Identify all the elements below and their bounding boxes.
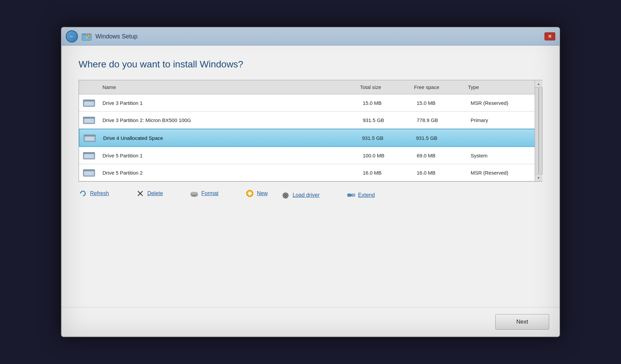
format-label: Format bbox=[201, 190, 218, 196]
scroll-thumb bbox=[538, 88, 539, 173]
svg-point-12 bbox=[91, 120, 93, 121]
refresh-label: Refresh bbox=[90, 190, 109, 196]
row-free-space: 931.5 GB bbox=[413, 134, 467, 142]
row-total-size: 16.0 MB bbox=[359, 169, 413, 177]
table-rows: Drive 3 Partition 115.0 MB15.0 MBMSR (Re… bbox=[79, 94, 542, 181]
svg-marker-28 bbox=[80, 192, 81, 194]
next-button[interactable]: Next bbox=[495, 314, 549, 330]
drive-icon bbox=[79, 98, 99, 108]
partition-table-container: Name Total size Free space Type Drive 3 … bbox=[79, 80, 542, 182]
extend-icon bbox=[347, 191, 355, 200]
close-button[interactable]: ✕ bbox=[544, 32, 555, 40]
drive-icon bbox=[80, 133, 100, 143]
drive-icon bbox=[79, 115, 99, 125]
scroll-down-button[interactable]: ▼ bbox=[535, 174, 542, 181]
row-total-size: 15.0 MB bbox=[359, 99, 413, 107]
scroll-up-button[interactable]: ▲ bbox=[535, 80, 542, 88]
row-type: MSR (Reserved) bbox=[467, 99, 535, 107]
new-label: New bbox=[257, 190, 268, 196]
row-name: Drive 5 Partition 2 bbox=[99, 169, 359, 177]
drive-icon bbox=[79, 150, 99, 160]
page-title: Where do you want to install Windows? bbox=[79, 59, 542, 70]
row-total-size: 931.5 GB bbox=[359, 116, 413, 124]
delete-label: Delete bbox=[147, 190, 163, 196]
svg-rect-1 bbox=[82, 34, 86, 35]
windows-setup-window: ← Windows Setup ✕ Where do you want to i… bbox=[61, 27, 560, 337]
title-bar-left: ← Windows Setup bbox=[66, 30, 138, 42]
toolbar-row-1: Refresh Delete bbox=[79, 189, 268, 198]
bottom-bar: Next bbox=[62, 307, 559, 336]
main-content: Where do you want to install Windows? Na… bbox=[62, 46, 559, 307]
table-row[interactable]: Drive 5 Partition 1100.0 MB69.0 MBSystem bbox=[79, 147, 542, 164]
delete-button[interactable]: Delete bbox=[136, 189, 163, 198]
svg-point-22 bbox=[91, 155, 93, 157]
format-button[interactable]: Format bbox=[190, 189, 218, 198]
refresh-icon bbox=[79, 189, 87, 198]
window-title: Windows Setup bbox=[95, 33, 138, 40]
row-type: MSR (Reserved) bbox=[467, 169, 535, 177]
load-driver-label: Load driver bbox=[293, 192, 320, 198]
back-button[interactable]: ← bbox=[66, 30, 78, 42]
table-row[interactable]: Drive 4 Unallocated Space931.5 GB931.5 G… bbox=[79, 129, 542, 147]
row-name: Drive 4 Unallocated Space bbox=[100, 134, 359, 142]
row-name: Drive 5 Partition 1 bbox=[99, 151, 359, 160]
load-driver-button[interactable]: Load driver bbox=[281, 189, 320, 201]
new-button[interactable]: New bbox=[245, 189, 268, 198]
svg-rect-6 bbox=[83, 100, 95, 101]
svg-point-17 bbox=[92, 138, 93, 139]
row-total-size: 931.5 GB bbox=[359, 134, 413, 142]
row-name: Drive 3 Partition 1 bbox=[99, 99, 359, 107]
header-type: Type bbox=[465, 83, 532, 91]
svg-rect-16 bbox=[84, 135, 95, 136]
row-free-space: 16.0 MB bbox=[413, 169, 467, 177]
table-header: Name Total size Free space Type bbox=[79, 80, 542, 94]
svg-rect-21 bbox=[83, 152, 95, 154]
svg-point-40 bbox=[285, 195, 286, 196]
header-free-space: Free space bbox=[411, 83, 465, 91]
extend-label: Extend bbox=[358, 192, 375, 198]
toolbar: Refresh Delete bbox=[79, 189, 542, 201]
drive-icon bbox=[79, 168, 99, 178]
toolbar-row-2: Load driver Extend bbox=[281, 189, 375, 201]
row-free-space: 15.0 MB bbox=[413, 99, 467, 107]
title-bar: ← Windows Setup ✕ bbox=[62, 28, 559, 46]
refresh-button[interactable]: Refresh bbox=[79, 189, 109, 198]
row-free-space: 69.0 MB bbox=[413, 151, 467, 160]
table-row[interactable]: Drive 3 Partition 2: Micron BX500 100G93… bbox=[79, 112, 542, 129]
new-icon bbox=[245, 189, 254, 198]
setup-icon bbox=[81, 31, 92, 42]
svg-point-27 bbox=[91, 173, 93, 174]
header-icon-col bbox=[79, 83, 99, 91]
svg-rect-11 bbox=[83, 117, 95, 118]
row-free-space: 778.9 GB bbox=[413, 116, 467, 124]
row-type bbox=[467, 136, 534, 139]
row-name: Drive 3 Partition 2: Micron BX500 100G bbox=[99, 116, 359, 124]
svg-rect-42 bbox=[352, 194, 355, 196]
load-driver-icon bbox=[281, 191, 290, 200]
svg-point-32 bbox=[191, 192, 198, 194]
delete-icon bbox=[136, 189, 145, 198]
extend-button[interactable]: Extend bbox=[347, 189, 375, 201]
svg-point-7 bbox=[91, 103, 93, 104]
row-type: Primary bbox=[467, 116, 535, 124]
row-total-size: 100.0 MB bbox=[359, 151, 413, 160]
svg-rect-26 bbox=[83, 170, 95, 171]
row-type: System bbox=[467, 151, 535, 160]
table-row[interactable]: Drive 5 Partition 216.0 MB16.0 MBMSR (Re… bbox=[79, 164, 542, 181]
header-total-size: Total size bbox=[357, 83, 411, 91]
svg-rect-41 bbox=[348, 194, 351, 196]
table-row[interactable]: Drive 3 Partition 115.0 MB15.0 MBMSR (Re… bbox=[79, 94, 542, 112]
scrollbar: ▲ ▼ bbox=[535, 80, 542, 181]
format-icon bbox=[190, 189, 199, 198]
header-name: Name bbox=[99, 83, 357, 91]
